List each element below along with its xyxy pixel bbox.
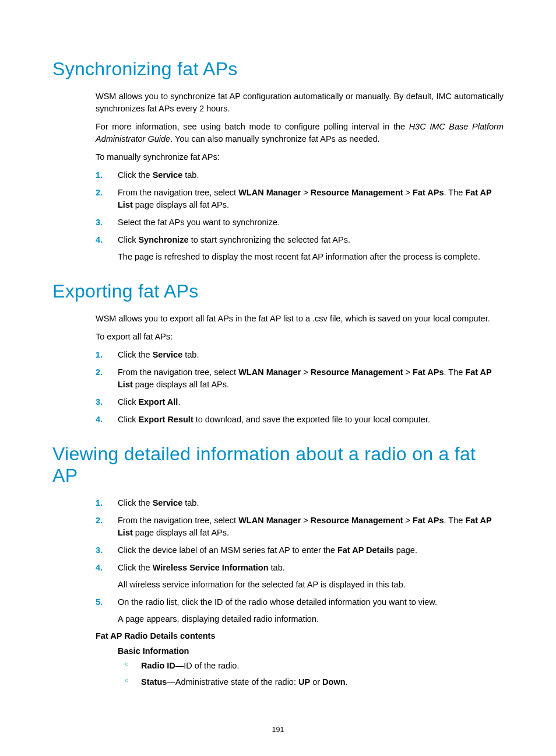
step-item: Click Synchronize to start synchronizing… bbox=[96, 234, 504, 263]
bold-text: Resource Management bbox=[311, 188, 403, 197]
text: > bbox=[403, 188, 413, 197]
step-item: Click Export Result to download, and sav… bbox=[96, 414, 504, 426]
page-number: 191 bbox=[0, 726, 556, 734]
text: Click the device label of an MSM series … bbox=[118, 545, 337, 555]
step-item: Click the Service tab. bbox=[96, 349, 504, 361]
step-item: Click Export All. bbox=[96, 396, 504, 408]
text: to start synchronizing the selected fat … bbox=[189, 235, 350, 244]
text: > bbox=[403, 516, 413, 525]
sub-text: All wireless service information for the… bbox=[118, 579, 504, 591]
text: Click the bbox=[118, 563, 153, 572]
text: —ID of the radio. bbox=[175, 661, 240, 670]
text: . You can also manually synchronize fat … bbox=[170, 134, 380, 144]
bold-text: Status bbox=[141, 677, 167, 687]
text: Click the bbox=[118, 498, 153, 508]
lead-text: To export all fat APs: bbox=[96, 331, 504, 343]
paragraph: WSM allows you to export all fat APs in … bbox=[96, 313, 504, 325]
text: > bbox=[301, 368, 311, 377]
basic-info-block: Basic Information Radio ID—ID of the rad… bbox=[118, 646, 504, 688]
text: Click the bbox=[118, 350, 153, 359]
text: Click bbox=[118, 235, 138, 244]
text: . The bbox=[444, 188, 466, 197]
text: . The bbox=[444, 516, 466, 525]
text: > bbox=[301, 188, 311, 197]
step-item: Click the Wireless Service Information t… bbox=[96, 562, 504, 591]
text: tab. bbox=[182, 170, 199, 180]
step-item: Select the fat APs you want to synchroni… bbox=[96, 216, 504, 229]
bold-text: Service bbox=[153, 170, 183, 180]
step-item: From the navigation tree, select WLAN Ma… bbox=[96, 514, 504, 539]
bold-text: WLAN Manager bbox=[238, 188, 301, 197]
text: . The bbox=[444, 368, 466, 377]
document-page: Synchronizing fat APs WSM allows you to … bbox=[0, 0, 556, 756]
bold-text: Radio ID bbox=[141, 661, 175, 670]
bold-text: Wireless Service Information bbox=[153, 563, 269, 572]
sub-text: The page is refreshed to display the mos… bbox=[118, 251, 504, 263]
section-body-view: Click the Service tab. From the navigati… bbox=[96, 497, 504, 688]
text: Click bbox=[118, 397, 138, 407]
text: > bbox=[301, 516, 311, 525]
bold-text: Resource Management bbox=[311, 368, 403, 377]
bold-text: UP bbox=[298, 677, 310, 687]
text: or bbox=[310, 677, 322, 687]
bold-text: Fat AP Details bbox=[337, 545, 394, 555]
step-item: Click the Service tab. bbox=[96, 497, 504, 509]
text: page. bbox=[394, 545, 417, 555]
step-list-view: Click the Service tab. From the navigati… bbox=[96, 497, 504, 625]
paragraph: WSM allows you to synchronize fat AP con… bbox=[96, 90, 504, 115]
sub-text: A page appears, displaying detailed radi… bbox=[118, 613, 504, 625]
heading-exporting: Exporting fat APs bbox=[52, 281, 504, 302]
step-list-sync: Click the Service tab. From the navigati… bbox=[96, 169, 504, 263]
bold-text: Service bbox=[153, 498, 183, 508]
text: to download, and save the exported file … bbox=[193, 415, 430, 424]
text: Click the bbox=[118, 170, 153, 180]
bullet-list: Radio ID—ID of the radio. Status—Adminis… bbox=[125, 660, 504, 688]
bold-text: Fat APs bbox=[413, 368, 444, 377]
bullet-item: Radio ID—ID of the radio. bbox=[125, 660, 504, 672]
bold-text: Fat APs bbox=[413, 188, 444, 197]
step-item: From the navigation tree, select WLAN Ma… bbox=[96, 187, 504, 211]
bold-text: WLAN Manager bbox=[238, 368, 301, 377]
section-body-sync: WSM allows you to synchronize fat AP con… bbox=[96, 90, 504, 263]
step-item: From the navigation tree, select WLAN Ma… bbox=[96, 366, 504, 391]
bold-text: Service bbox=[153, 350, 183, 359]
lead-text: To manually synchronize fat APs: bbox=[96, 151, 504, 163]
bold-text: Resource Management bbox=[311, 516, 403, 525]
heading-synchronizing: Synchronizing fat APs bbox=[52, 58, 504, 80]
text: Click bbox=[118, 415, 138, 424]
step-item: Click the device label of an MSM series … bbox=[96, 544, 504, 556]
bullet-item: Status—Administrative state of the radio… bbox=[125, 676, 504, 688]
text: From the navigation tree, select bbox=[118, 368, 238, 377]
bold-text: Export All bbox=[138, 397, 178, 407]
contents-title: Fat AP Radio Details contents bbox=[96, 631, 504, 640]
step-item: Click the Service tab. bbox=[96, 169, 504, 181]
text: On the radio list, click the ID of the r… bbox=[118, 597, 437, 607]
step-item: On the radio list, click the ID of the r… bbox=[96, 596, 504, 625]
text: page displays all fat APs. bbox=[133, 380, 229, 389]
section-body-export: WSM allows you to export all fat APs in … bbox=[96, 313, 504, 426]
step-list-export: Click the Service tab. From the navigati… bbox=[96, 349, 504, 426]
text: For more information, see using batch mo… bbox=[96, 122, 409, 131]
paragraph: For more information, see using batch mo… bbox=[96, 121, 504, 145]
text: Select the fat APs you want to synchroni… bbox=[118, 218, 280, 227]
text: tab. bbox=[269, 563, 285, 572]
text: page displays all fat APs. bbox=[133, 200, 229, 209]
text: —Administrative state of the radio: bbox=[167, 677, 298, 687]
text: page displays all fat APs. bbox=[133, 528, 229, 537]
text: tab. bbox=[182, 498, 199, 508]
text: tab. bbox=[182, 350, 199, 359]
heading-viewing: Viewing detailed information about a rad… bbox=[52, 443, 504, 487]
bold-text: WLAN Manager bbox=[238, 516, 301, 525]
bold-text: Fat APs bbox=[413, 516, 444, 525]
text: From the navigation tree, select bbox=[118, 188, 238, 197]
bold-text: Down bbox=[322, 677, 345, 687]
text: > bbox=[403, 368, 413, 377]
bold-text: Synchronize bbox=[138, 235, 188, 244]
text: From the navigation tree, select bbox=[118, 516, 238, 525]
text: . bbox=[178, 397, 180, 407]
basic-info-title: Basic Information bbox=[118, 646, 504, 656]
bold-text: Export Result bbox=[138, 415, 193, 424]
text: . bbox=[346, 677, 348, 687]
